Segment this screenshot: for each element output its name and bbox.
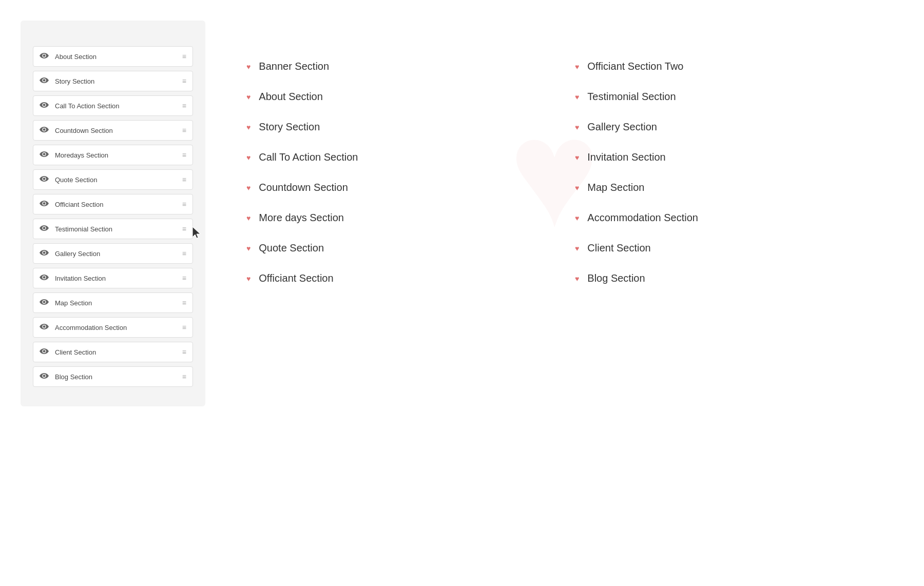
heart-icon: ♥: [575, 123, 579, 131]
drag-handle-icon[interactable]: ≡: [182, 348, 186, 356]
right-item-label: Invitation Section: [587, 151, 665, 163]
drag-handle-icon[interactable]: ≡: [182, 102, 186, 110]
heart-icon: ♥: [575, 275, 579, 283]
heart-icon: ♥: [246, 93, 251, 101]
right-item-label: Banner Section: [259, 61, 329, 72]
right-section-item: ♥More days Section: [246, 203, 534, 233]
right-item-label: Officiant Section Two: [587, 61, 683, 72]
right-section-item: ♥Call To Action Section: [246, 142, 534, 172]
drag-handle-icon[interactable]: ≡: [182, 299, 186, 307]
eye-icon: [40, 323, 49, 332]
section-item[interactable]: Invitation Section≡: [33, 268, 193, 288]
section-item-label: Countdown Section: [55, 127, 182, 134]
section-item-label: Invitation Section: [55, 275, 182, 282]
drag-handle-icon[interactable]: ≡: [182, 225, 186, 233]
section-list: About Section≡ Story Section≡ Call To Ac…: [33, 46, 193, 387]
right-item-label: Client Section: [587, 242, 650, 254]
section-item[interactable]: Gallery Section≡: [33, 243, 193, 264]
eye-icon: [40, 101, 49, 110]
right-section-item: ♥Accommodation Section: [575, 203, 862, 233]
right-section-item: ♥Story Section: [246, 112, 534, 142]
section-item-label: Call To Action Section: [55, 102, 182, 110]
right-column-2: ♥Officiant Section Two♥Testimonial Secti…: [575, 51, 862, 294]
section-item[interactable]: Story Section≡: [33, 71, 193, 91]
drag-handle-icon[interactable]: ≡: [182, 200, 186, 208]
section-item-label: Moredays Section: [55, 151, 182, 159]
section-item[interactable]: Countdown Section≡: [33, 120, 193, 141]
right-column-1: ♥Banner Section♥About Section♥Story Sect…: [246, 51, 534, 294]
eye-icon: [40, 200, 49, 209]
heart-icon: ♥: [575, 93, 579, 101]
heart-icon: ♥: [246, 244, 251, 252]
drag-handle-icon[interactable]: ≡: [182, 77, 186, 85]
right-section-item: ♥Quote Section: [246, 233, 534, 263]
section-item[interactable]: Quote Section≡: [33, 169, 193, 190]
heart-icon: ♥: [575, 244, 579, 252]
section-item[interactable]: Call To Action Section≡: [33, 95, 193, 116]
drag-handle-icon[interactable]: ≡: [182, 274, 186, 282]
section-item[interactable]: Blog Section≡: [33, 366, 193, 387]
drag-handle-icon[interactable]: ≡: [182, 373, 186, 381]
right-section-item: ♥Client Section: [575, 233, 862, 263]
right-section-item: ♥Countdown Section: [246, 172, 534, 203]
heart-icon: ♥: [246, 184, 251, 192]
section-item-label: Map Section: [55, 299, 182, 307]
heart-icon: ♥: [575, 214, 579, 222]
section-item[interactable]: Officiant Section≡: [33, 194, 193, 214]
heart-icon: ♥: [246, 275, 251, 283]
right-section-item: ♥About Section: [246, 82, 534, 112]
drag-handle-icon[interactable]: ≡: [182, 323, 186, 331]
drag-handle-icon[interactable]: ≡: [182, 126, 186, 134]
section-item-label: About Section: [55, 53, 182, 61]
drag-handle-icon[interactable]: ≡: [182, 151, 186, 159]
right-section-grid: ♥Banner Section♥About Section♥Story Sect…: [205, 21, 903, 324]
heart-icon: ♥: [575, 63, 579, 71]
right-item-label: Quote Section: [259, 242, 324, 254]
eye-icon: [40, 175, 49, 184]
eye-icon: [40, 52, 49, 61]
section-item-label: Officiant Section: [55, 201, 182, 208]
drag-handle-icon[interactable]: ≡: [182, 249, 186, 258]
eye-icon: [40, 150, 49, 160]
section-item-label: Testimonial Section: [55, 225, 182, 233]
right-section-item: ♥Invitation Section: [575, 142, 862, 172]
right-content-wrapper: ♥ ♥Banner Section♥About Section♥Story Se…: [205, 21, 903, 324]
section-item[interactable]: Moredays Section≡: [33, 145, 193, 165]
right-item-label: Blog Section: [587, 272, 645, 284]
right-section-item: ♥Map Section: [575, 172, 862, 203]
section-item-label: Quote Section: [55, 176, 182, 184]
drag-handle-icon[interactable]: ≡: [182, 52, 186, 61]
heart-icon: ♥: [246, 63, 251, 71]
eye-icon: [40, 249, 49, 258]
right-item-label: Officiant Section: [259, 272, 333, 284]
heart-icon: ♥: [246, 214, 251, 222]
section-item-label: Accommodation Section: [55, 324, 182, 331]
eye-icon: [40, 347, 49, 357]
right-item-label: Accommodation Section: [587, 212, 698, 224]
cursor-indicator: [191, 226, 203, 243]
right-section-item: ♥Banner Section: [246, 51, 534, 82]
eye-icon: [40, 298, 49, 307]
right-item-label: Call To Action Section: [259, 151, 358, 163]
right-section-item: ♥Blog Section: [575, 263, 862, 294]
right-item-label: More days Section: [259, 212, 344, 224]
section-item-label: Blog Section: [55, 373, 182, 381]
section-item-label: Gallery Section: [55, 250, 182, 258]
section-item[interactable]: Client Section≡: [33, 342, 193, 362]
right-section-item: ♥Officiant Section: [246, 263, 534, 294]
eye-icon: [40, 274, 49, 283]
right-item-label: Countdown Section: [259, 182, 348, 193]
right-item-label: Story Section: [259, 121, 320, 133]
section-item[interactable]: About Section≡: [33, 46, 193, 67]
section-item[interactable]: Testimonial Section≡: [33, 219, 193, 239]
heart-icon: ♥: [575, 184, 579, 192]
section-item[interactable]: Map Section≡: [33, 292, 193, 313]
right-item-label: Gallery Section: [587, 121, 657, 133]
eye-icon: [40, 372, 49, 381]
right-section-item: ♥Testimonial Section: [575, 82, 862, 112]
right-section-item: ♥Officiant Section Two: [575, 51, 862, 82]
section-item[interactable]: Accommodation Section≡: [33, 317, 193, 338]
drag-handle-icon[interactable]: ≡: [182, 175, 186, 184]
eye-icon: [40, 126, 49, 135]
eye-icon: [40, 76, 49, 86]
